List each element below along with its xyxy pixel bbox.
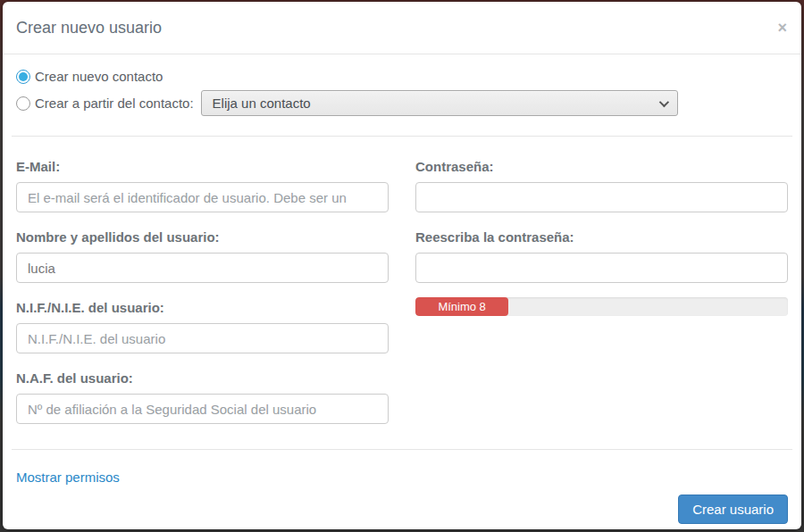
contact-mode-section: Crear nuevo contacto Crear a partir del … bbox=[3, 54, 801, 128]
naf-field[interactable] bbox=[16, 394, 389, 424]
contact-select-value: Elija un contacto bbox=[213, 96, 311, 111]
create-user-button[interactable]: Crear usuario bbox=[678, 495, 788, 524]
section-divider-bottom bbox=[12, 449, 792, 450]
full-name-field[interactable] bbox=[16, 253, 389, 283]
radio-row-new-contact[interactable]: Crear nuevo contacto bbox=[16, 69, 788, 84]
radio-row-from-contact[interactable]: Crear a partir del contacto: Elija un co… bbox=[16, 90, 788, 116]
password-label: Contraseña: bbox=[415, 159, 788, 174]
password-group: Contraseña: bbox=[415, 159, 788, 212]
contact-select[interactable]: Elija un contacto bbox=[201, 90, 678, 116]
modal-header: Crear nuevo usuario × bbox=[3, 2, 801, 54]
close-icon[interactable]: × bbox=[777, 20, 787, 36]
password-repeat-group: Reescriba la contraseña: bbox=[415, 229, 788, 283]
password-repeat-field[interactable] bbox=[415, 253, 788, 283]
email-group: E-Mail: bbox=[16, 159, 389, 212]
chevron-down-icon bbox=[658, 96, 668, 106]
modal-footer: Mostrar permisos Crear usuario bbox=[3, 458, 801, 532]
full-name-group: Nombre y apellidos del usuario: bbox=[16, 229, 389, 283]
password-strength-bar: Mínimo 8 bbox=[415, 297, 508, 316]
show-permissions-link[interactable]: Mostrar permisos bbox=[16, 470, 120, 485]
radio-new-contact-label: Crear nuevo contacto bbox=[35, 69, 163, 84]
naf-group: N.A.F. del usuario: bbox=[16, 370, 389, 424]
nif-field[interactable] bbox=[16, 323, 389, 353]
email-field[interactable] bbox=[16, 182, 389, 212]
radio-from-contact[interactable] bbox=[16, 96, 30, 111]
user-form: E-Mail: Nombre y apellidos del usuario: … bbox=[3, 145, 801, 441]
email-label: E-Mail: bbox=[16, 159, 389, 174]
form-column-right: Contraseña: Reescriba la contraseña: Mín… bbox=[415, 159, 788, 441]
footer-button-row: Crear usuario bbox=[16, 495, 788, 524]
form-column-left: E-Mail: Nombre y apellidos del usuario: … bbox=[16, 159, 389, 441]
naf-label: N.A.F. del usuario: bbox=[16, 370, 389, 386]
nif-label: N.I.F./N.I.E. del usuario: bbox=[16, 300, 389, 315]
password-strength-track: Mínimo 8 bbox=[415, 297, 788, 316]
nif-group: N.I.F./N.I.E. del usuario: bbox=[16, 300, 389, 353]
full-name-label: Nombre y apellidos del usuario: bbox=[16, 229, 389, 245]
password-field[interactable] bbox=[415, 182, 788, 212]
create-user-modal: Crear nuevo usuario × Crear nuevo contac… bbox=[3, 2, 801, 529]
password-repeat-label: Reescriba la contraseña: bbox=[415, 229, 788, 245]
radio-from-contact-label: Crear a partir del contacto: bbox=[35, 96, 194, 111]
page-title: Crear nuevo usuario bbox=[16, 19, 788, 37]
radio-new-contact[interactable] bbox=[16, 70, 30, 84]
section-divider-top bbox=[12, 136, 792, 137]
